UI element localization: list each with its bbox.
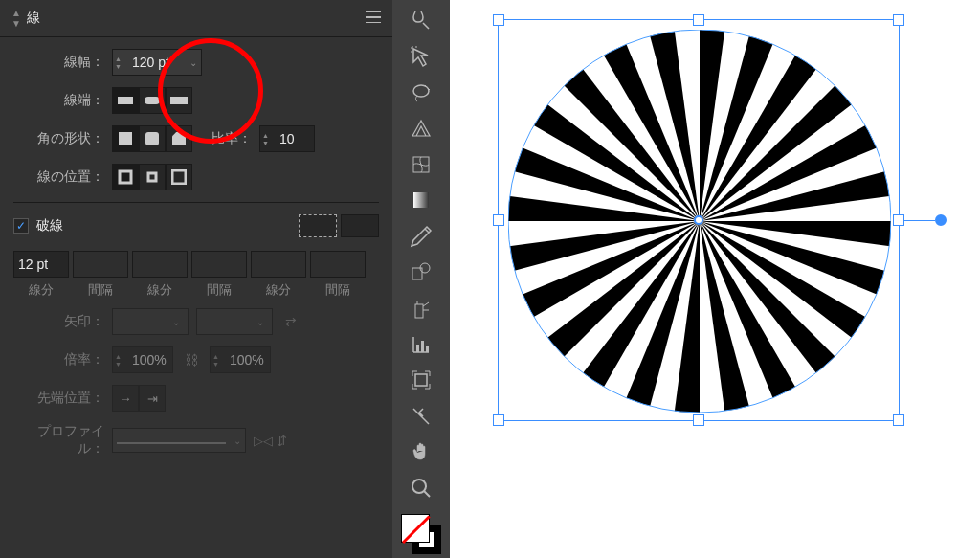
dash-input-2[interactable]: [132, 251, 188, 278]
perspective-tool-icon[interactable]: [398, 112, 444, 146]
mesh-tool-icon[interactable]: [398, 147, 444, 182]
selection-handle[interactable]: [493, 414, 504, 426]
svg-rect-10: [421, 341, 424, 352]
link-icon[interactable]: ⛓: [181, 352, 202, 368]
panel-menu-icon[interactable]: [366, 11, 381, 26]
dash-label-5: 間隔: [310, 281, 366, 299]
panel-title: ▲▼ 線: [11, 8, 40, 29]
panel-header: ▲▼ 線: [0, 0, 392, 37]
graph-tool-icon[interactable]: [398, 327, 444, 362]
align-center-button[interactable]: [112, 164, 139, 190]
dash-input-5[interactable]: [310, 251, 366, 278]
zoom-tool-icon[interactable]: [398, 471, 444, 505]
fill-stroke-swatch[interactable]: [401, 514, 441, 553]
selection-handle[interactable]: [893, 14, 904, 26]
selection-handle[interactable]: [893, 214, 904, 226]
svg-rect-8: [415, 304, 423, 318]
join-bevel-button[interactable]: [166, 125, 192, 152]
align-label: 線の位置：: [13, 168, 104, 186]
rotation-handle[interactable]: [935, 214, 947, 226]
svg-rect-9: [416, 345, 419, 352]
svg-rect-12: [415, 374, 427, 386]
slice-tool-icon[interactable]: [398, 399, 444, 434]
dash-input-3[interactable]: [191, 251, 247, 278]
arrow-start-dropdown[interactable]: ⌄: [112, 308, 189, 335]
tip-extend-button[interactable]: →: [112, 385, 139, 412]
cap-projecting-button[interactable]: [166, 87, 192, 114]
svg-rect-2: [172, 170, 186, 184]
center-anchor[interactable]: [694, 215, 703, 225]
dash-label-3: 間隔: [191, 281, 247, 299]
collapse-arrows-icon[interactable]: ▲▼: [11, 8, 21, 29]
svg-rect-0: [120, 171, 131, 183]
miter-limit-value[interactable]: 10: [276, 131, 314, 146]
stroke-width-value[interactable]: 120 pt: [128, 55, 186, 70]
cap-round-button[interactable]: [139, 87, 166, 114]
stepper-arrows-icon[interactable]: ▲▼: [113, 56, 128, 70]
selection-handle[interactable]: [493, 14, 504, 26]
tip-label: 先端位置：: [13, 390, 104, 407]
join-round-button[interactable]: [139, 125, 166, 152]
gradient-tool-icon[interactable]: [398, 184, 444, 218]
stroke-width-input[interactable]: ▲▼ 120 pt ⌄: [112, 49, 202, 76]
dashed-label: 破線: [36, 217, 63, 234]
dash-label-2: 線分: [132, 281, 188, 299]
dash-preserve-button[interactable]: [299, 214, 337, 237]
chevron-down-icon[interactable]: ⌄: [186, 57, 201, 68]
join-miter-button[interactable]: [112, 125, 139, 152]
dash-label-0: 線分: [13, 281, 69, 299]
arrow-label: 矢印：: [13, 313, 104, 330]
panel-title-text: 線: [27, 10, 40, 27]
svg-rect-5: [413, 192, 429, 208]
corner-label: 角の形状：: [13, 130, 104, 147]
fill-swatch[interactable]: [401, 514, 430, 543]
scale-start-input[interactable]: ▲▼ 100%: [112, 346, 173, 373]
svg-rect-11: [426, 346, 429, 352]
dash-input-1[interactable]: [73, 251, 128, 278]
hand-tool-icon[interactable]: [398, 435, 444, 469]
stepper-arrows-icon[interactable]: ▲▼: [260, 132, 276, 146]
selection-handle[interactable]: [893, 414, 904, 426]
flip-across-icon[interactable]: ⇵: [277, 434, 287, 448]
selection-handle[interactable]: [693, 14, 704, 26]
lasso-tool-icon[interactable]: [398, 76, 444, 110]
dash-label-1: 間隔: [73, 281, 128, 299]
profile-label: プロファイル：: [13, 423, 104, 458]
cap-butt-button[interactable]: [112, 87, 139, 114]
profile-dropdown[interactable]: ⌄: [112, 428, 246, 453]
dash-input-4[interactable]: [251, 251, 306, 278]
blend-tool-icon[interactable]: [398, 256, 444, 290]
stroke-width-label: 線幅：: [13, 54, 104, 71]
svg-point-13: [412, 480, 426, 493]
dash-input-0[interactable]: 12 pt: [13, 251, 69, 278]
selection-handle[interactable]: [693, 414, 704, 426]
selection-handle[interactable]: [493, 214, 504, 226]
stroke-panel: ▲▼ 線 線幅： ▲▼ 120 pt ⌄ 線端：: [0, 0, 392, 558]
selection-bounding-box: [498, 19, 900, 421]
dash-label-4: 線分: [251, 281, 306, 299]
canvas[interactable]: [450, 0, 980, 558]
miter-limit-input[interactable]: ▲▼ 10: [259, 125, 315, 152]
svg-rect-1: [148, 173, 156, 181]
align-outside-button[interactable]: [166, 164, 192, 190]
arrow-end-dropdown[interactable]: ⌄: [196, 308, 273, 335]
dashed-checkbox[interactable]: ✓: [13, 218, 29, 234]
symbol-sprayer-tool-icon[interactable]: [398, 291, 444, 325]
dash-align-button[interactable]: [341, 214, 379, 237]
scale-end-input[interactable]: ▲▼ 100%: [210, 346, 271, 373]
cap-label: 線端：: [13, 92, 104, 109]
scale-label: 倍率：: [13, 351, 104, 368]
artboard-tool-icon[interactable]: [398, 4, 444, 38]
eyedropper-tool-icon[interactable]: [398, 219, 444, 254]
swap-arrows-icon[interactable]: ⇄: [280, 314, 301, 329]
align-inside-button[interactable]: [139, 164, 166, 190]
tip-place-button[interactable]: ⇥: [139, 385, 166, 412]
rotation-line: [904, 220, 935, 221]
ratio-label: 比率：: [212, 130, 252, 147]
toolbar: [392, 0, 450, 558]
selection-tool-icon[interactable]: [398, 40, 444, 75]
artboard-tool2-icon[interactable]: [398, 363, 444, 397]
flip-along-icon[interactable]: ▷◁: [254, 434, 273, 448]
